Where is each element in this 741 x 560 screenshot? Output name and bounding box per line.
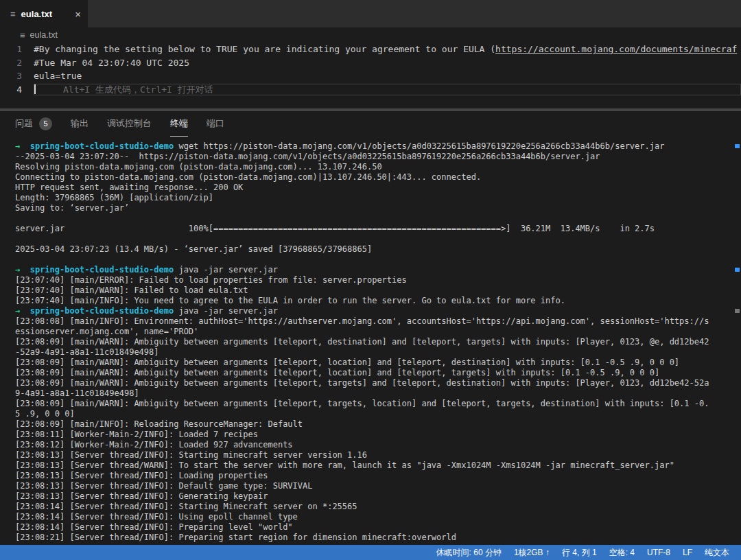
- status-bar-item[interactable]: LF: [677, 548, 698, 557]
- command-text: java -jar server.jar: [174, 265, 278, 275]
- prompt-gap: [20, 265, 30, 275]
- breadcrumb-file-icon: ≡: [20, 30, 25, 40]
- line-number: 3: [0, 69, 34, 83]
- line-number: 1: [0, 43, 34, 56]
- panel-tab-label: 端口: [207, 117, 224, 130]
- tab-eula-txt[interactable]: ≡ eula.txt ×: [0, 0, 88, 27]
- terminal-line: [15, 255, 741, 265]
- breadcrumb-filename: eula.txt: [30, 30, 58, 40]
- overview-ruler-mark: [735, 268, 740, 272]
- overview-ruler-mark: [735, 309, 740, 313]
- prompt-cwd: spring-boot-cloud-studio-demo: [30, 306, 174, 316]
- prompt-cwd: spring-boot-cloud-studio-demo: [30, 265, 174, 275]
- terminal-line: 9-4a91-a8a1-11c01849e498]: [15, 388, 741, 399]
- problems-count-badge: 5: [39, 117, 52, 130]
- terminal-line: [23:08:09] [main/INFO]: Reloading Resour…: [15, 419, 741, 430]
- panel-tab-问题[interactable]: 问题5: [15, 111, 52, 137]
- terminal-line: [23:08:21] [Server thread/INFO]: Prepari…: [15, 533, 741, 543]
- terminal-line: [23:08:13] [Server thread/INFO]: Startin…: [15, 450, 741, 460]
- terminal-line: [23:07:40] [main/WARN]: Failed to load e…: [15, 285, 741, 296]
- panel-tab-label: 调试控制台: [107, 117, 152, 130]
- terminal-line: essionserver.mojang.com', name='PROD': [15, 327, 741, 337]
- editor-line: 1#By changing the setting below to TRUE …: [0, 43, 741, 56]
- editor-line-text: eula=true: [34, 69, 741, 83]
- terminal-line: server.jar 100%[========================…: [15, 224, 741, 234]
- status-bar: 休眠时间: 60 分钟1核2GB ↑行 4, 列 1空格: 4UTF-8LF纯文…: [0, 545, 741, 560]
- terminal-command-line: → spring-boot-cloud-studio-demo java -ja…: [15, 265, 741, 275]
- terminal-line: [15, 213, 741, 224]
- command-text: java -jar server.jar: [174, 306, 278, 316]
- status-bar-item[interactable]: 休眠时间: 60 分钟: [430, 547, 508, 559]
- terminal-line: HTTP request sent, awaiting response... …: [15, 183, 741, 193]
- terminal-line: [23:08:13] [Server thread/WARN]: To star…: [15, 460, 741, 471]
- status-bar-item[interactable]: 行 4, 列 1: [556, 547, 603, 559]
- prompt-gap: [20, 306, 30, 316]
- terminal-line: [23:08:11] [Worker-Main-2/INFO]: Loaded …: [15, 430, 741, 440]
- line-number: 2: [0, 56, 34, 70]
- status-bar-item[interactable]: 1核2GB ↑: [508, 547, 556, 559]
- status-bar-item[interactable]: UTF-8: [641, 548, 677, 557]
- panel-tab-label: 输出: [71, 117, 89, 130]
- editor-line: 2#Tue Mar 04 23:07:40 UTC 2025: [0, 56, 741, 70]
- terminal-command-line: → spring-boot-cloud-studio-demo java -ja…: [15, 306, 741, 316]
- terminal-line: [23:07:40] [main/ERROR]: Failed to load …: [15, 275, 741, 285]
- terminal-line: 5 .9, 0 0 0]: [15, 409, 741, 419]
- terminal-line: [23:08:13] [Server thread/INFO]: Loading…: [15, 471, 741, 481]
- terminal-line: Saving to: ‘server.jar’: [15, 203, 741, 213]
- line-number: 4: [0, 83, 34, 97]
- terminal-line: [23:08:14] [Server thread/INFO]: Using e…: [15, 512, 741, 522]
- prompt-cwd: spring-boot-cloud-studio-demo: [30, 141, 174, 151]
- terminal-command-line: → spring-boot-cloud-studio-demo wget htt…: [15, 141, 741, 152]
- terminal-line: [23:08:09] [main/WARN]: Ambiguity betwee…: [15, 399, 741, 409]
- inline-chat-hint: Alt+I 生成代码，Ctrl+I 打开对话: [36, 83, 213, 97]
- terminal[interactable]: → spring-boot-cloud-studio-demo wget htt…: [0, 137, 741, 545]
- panel-tab-终端[interactable]: 终端: [170, 111, 188, 137]
- panel-tab-调试控制台[interactable]: 调试控制台: [107, 111, 152, 137]
- editor-lines: 1#By changing the setting below to TRUE …: [0, 43, 741, 96]
- terminal-line: [23:08:09] [main/WARN]: Ambiguity betwee…: [15, 378, 741, 388]
- app-window: ≡ eula.txt × ≡ eula.txt 1#By changing th…: [0, 0, 741, 560]
- command-text: wget https://piston-data.mojang.com/v1/o…: [174, 141, 664, 151]
- terminal-line: 2025-03-04 23:07:23 (13.4 MB/s) - ‘serve…: [15, 244, 741, 255]
- editor-line-text: #By changing the setting below to TRUE y…: [34, 43, 741, 56]
- terminal-line: [23:08:13] [Server thread/INFO]: Generat…: [15, 491, 741, 502]
- terminal-line: [23:08:09] [main/WARN]: Ambiguity betwee…: [15, 358, 741, 368]
- prompt-gap: [20, 141, 30, 151]
- terminal-line: [23:08:09] [main/WARN]: Ambiguity betwee…: [15, 368, 741, 378]
- editor-line: 4Alt+I 生成代码，Ctrl+I 打开对话: [0, 83, 741, 97]
- code-text: #By changing the setting below to TRUE y…: [34, 44, 495, 54]
- terminal-line: -52a9-4a91-a8a1-11c01849e498]: [15, 347, 741, 358]
- editor-line-text: #Tue Mar 04 23:07:40 UTC 2025: [34, 56, 741, 70]
- terminal-line: Resolving piston-data.mojang.com (piston…: [15, 162, 741, 172]
- current-line-highlight: Alt+I 生成代码，Ctrl+I 打开对话: [34, 84, 741, 96]
- panel-tab-输出[interactable]: 输出: [71, 111, 89, 137]
- terminal-line: [23:08:14] [Server thread/INFO]: Startin…: [15, 502, 741, 512]
- editor-line: 3eula=true: [0, 69, 741, 83]
- overview-ruler-mark: [735, 144, 740, 148]
- terminal-line: --2025-03-04 23:07:20-- https://piston-d…: [15, 152, 741, 162]
- text-file-icon: ≡: [10, 9, 16, 19]
- panel-tab-label: 问题: [15, 117, 33, 130]
- panel-tab-label: 终端: [170, 117, 188, 130]
- terminal-line: [23:08:08] [main/INFO]: Environment: aut…: [15, 316, 741, 327]
- terminal-line: [23:08:14] [Server thread/INFO]: Prepari…: [15, 522, 741, 533]
- editor-tab-bar: ≡ eula.txt ×: [0, 0, 741, 27]
- panel-tab-端口[interactable]: 端口: [207, 111, 224, 137]
- panel-tab-bar: 问题5输出调试控制台终端端口: [0, 111, 741, 137]
- eula-url-link[interactable]: https://account.mojang.com/documents/min…: [495, 44, 737, 54]
- terminal-line: [23:08:09] [main/WARN]: Ambiguity betwee…: [15, 337, 741, 347]
- tab-close-icon[interactable]: ×: [75, 8, 81, 20]
- terminal-line: Connecting to piston-data.mojang.com (pi…: [15, 172, 741, 183]
- terminal-line: [23:08:13] [Server thread/INFO]: Default…: [15, 481, 741, 491]
- terminal-line: [23:08:12] [Worker-Main-2/INFO]: Loaded …: [15, 440, 741, 450]
- editor[interactable]: 1#By changing the setting below to TRUE …: [0, 43, 741, 111]
- status-bar-item[interactable]: 空格: 4: [603, 547, 641, 559]
- terminal-line: [15, 234, 741, 244]
- breadcrumb[interactable]: ≡ eula.txt: [0, 27, 741, 43]
- status-bar-item[interactable]: 纯文本: [698, 547, 736, 559]
- terminal-line: [23:07:40] [main/INFO]: You need to agre…: [15, 296, 741, 306]
- bottom-panel: 问题5输出调试控制台终端端口 → spring-boot-cloud-studi…: [0, 111, 741, 545]
- tab-title: eula.txt: [21, 9, 53, 19]
- terminal-line: Length: 37968865 (36M) [application/zip]: [15, 193, 741, 203]
